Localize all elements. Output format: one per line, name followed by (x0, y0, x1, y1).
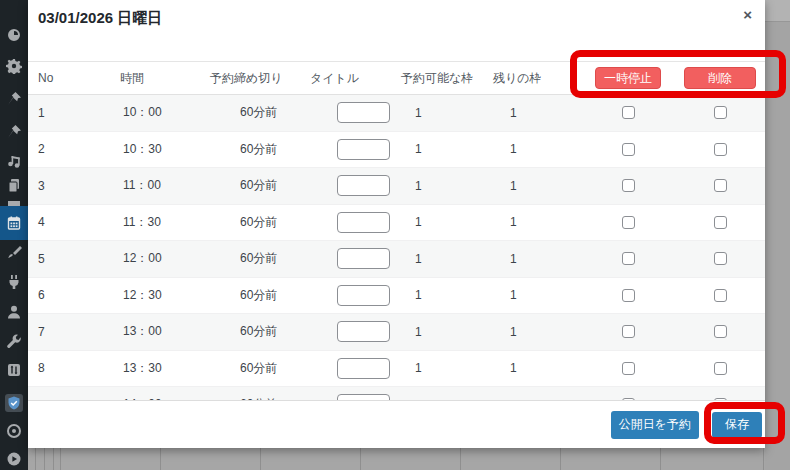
cell-remaining: 1 (493, 142, 595, 156)
delete-all-button[interactable]: 削除 (684, 67, 756, 89)
sliders-icon (6, 362, 22, 378)
cell-remaining: 1 (493, 361, 595, 375)
wrench-icon (6, 334, 22, 350)
brush-icon (6, 244, 22, 260)
sidebar-item-plugins[interactable] (0, 267, 28, 297)
header-title: タイトル (310, 70, 401, 87)
sidebar-item-options[interactable] (0, 355, 28, 385)
cell-deadline: 60分前 (210, 360, 310, 377)
reserve-publish-date-button[interactable]: 公開日を予約 (611, 411, 699, 439)
cell-no: 3 (38, 179, 120, 193)
pause-checkbox[interactable] (622, 143, 635, 156)
table-body: 1 10：00 60分前 1 1 2 10：30 60分前 1 1 3 11：0… (28, 95, 765, 400)
bg-grid-line (160, 448, 161, 470)
pin-icon-2 (6, 124, 22, 140)
title-input[interactable] (337, 102, 390, 123)
pause-all-button[interactable]: 一時停止 (595, 67, 661, 89)
title-input[interactable] (337, 248, 390, 269)
cell-time: 13：30 (120, 360, 210, 377)
delete-checkbox[interactable] (714, 289, 727, 302)
bg-grid-line (460, 448, 461, 470)
cell-no: 2 (38, 142, 120, 156)
pause-checkbox[interactable] (622, 325, 635, 338)
title-input[interactable] (337, 321, 390, 342)
delete-checkbox[interactable] (714, 325, 727, 338)
sidebar-item-settings[interactable] (0, 51, 28, 81)
sidebar-item-users[interactable] (0, 297, 28, 327)
pause-checkbox[interactable] (622, 289, 635, 302)
overlay-right-top-band (765, 0, 790, 22)
delete-checkbox[interactable] (714, 252, 727, 265)
modal-title: 03/01/2026 日曜日 (38, 9, 162, 28)
sidebar-item-posts-2[interactable] (0, 117, 28, 147)
pause-checkbox[interactable] (622, 252, 635, 265)
sidebar-item-security[interactable] (0, 388, 28, 418)
cell-no: 8 (38, 361, 120, 375)
delete-checkbox[interactable] (714, 362, 727, 375)
bg-grid-line (560, 448, 561, 470)
sidebar-item-appearance[interactable] (0, 237, 28, 267)
table-row: 7 13：00 60分前 1 1 (28, 314, 765, 351)
cell-remaining: 1 (493, 252, 595, 266)
admin-sidebar (0, 0, 28, 470)
cell-remaining: 1 (493, 106, 595, 120)
sidebar-item-dashboard[interactable] (0, 20, 28, 50)
delete-checkbox[interactable] (714, 179, 727, 192)
table-row: 8 13：30 60分前 1 1 (28, 351, 765, 388)
modal-footer: 公開日を予約 保存 (28, 400, 765, 448)
close-icon[interactable]: × (743, 7, 752, 22)
cell-time: 10：30 (120, 141, 210, 158)
bg-grid-line (60, 448, 61, 470)
header-deadline: 予約締め切り (210, 70, 310, 87)
cell-available: 1 (401, 215, 493, 229)
cell-available: 1 (401, 106, 493, 120)
cell-time: 13：00 (120, 323, 210, 340)
title-input[interactable] (337, 175, 390, 196)
delete-checkbox[interactable] (714, 106, 727, 119)
delete-checkbox[interactable] (714, 216, 727, 229)
calendar-icon (6, 215, 22, 231)
cell-available: 1 (401, 325, 493, 339)
bg-grid-line (53, 448, 54, 470)
cell-deadline: 60分前 (210, 287, 310, 304)
sidebar-item-tools[interactable] (0, 327, 28, 357)
sidebar-item-video[interactable] (0, 444, 28, 470)
sidebar-item-calendar-active[interactable] (0, 206, 28, 240)
play-circle-icon (6, 451, 22, 467)
cell-time: 12：00 (120, 250, 210, 267)
title-input[interactable] (337, 139, 390, 160)
cell-available: 1 (401, 252, 493, 266)
media-notes-icon (6, 153, 22, 169)
pause-checkbox[interactable] (622, 106, 635, 119)
pause-checkbox[interactable] (622, 179, 635, 192)
save-button[interactable]: 保存 (712, 412, 762, 438)
table-row: 6 12：30 60分前 1 1 (28, 278, 765, 315)
cell-time: 12：30 (120, 287, 210, 304)
cell-remaining: 1 (493, 215, 595, 229)
cell-time: 11：00 (120, 177, 210, 194)
pin-icon (6, 91, 22, 107)
overlay-right-strip (765, 0, 790, 470)
gear-icon (6, 58, 22, 74)
title-input[interactable] (337, 285, 390, 306)
title-input[interactable] (337, 358, 390, 379)
bg-grid-line (260, 448, 261, 470)
sidebar-item-posts[interactable] (0, 84, 28, 114)
pause-checkbox[interactable] (622, 216, 635, 229)
bg-grid-line (763, 448, 764, 470)
title-input[interactable] (337, 212, 390, 233)
cell-deadline: 60分前 (210, 104, 310, 121)
pause-checkbox[interactable] (622, 362, 635, 375)
table-row: 1 10：00 60分前 1 1 (28, 95, 765, 132)
booking-day-modal: 03/01/2026 日曜日 × No 時間 予約締め切り タイトル 予約可能な… (28, 0, 765, 448)
delete-checkbox[interactable] (714, 143, 727, 156)
cell-available: 1 (401, 179, 493, 193)
table-row: 9 14：00 60分前 1 1 (28, 387, 765, 400)
cell-deadline: 60分前 (210, 141, 310, 158)
sidebar-item-seo[interactable] (0, 416, 28, 446)
bg-grid-line (360, 448, 361, 470)
users-icon (6, 304, 22, 320)
cell-deadline: 60分前 (210, 177, 310, 194)
cell-time: 10：00 (120, 104, 210, 121)
modal-header: 03/01/2026 日曜日 × (28, 0, 765, 62)
